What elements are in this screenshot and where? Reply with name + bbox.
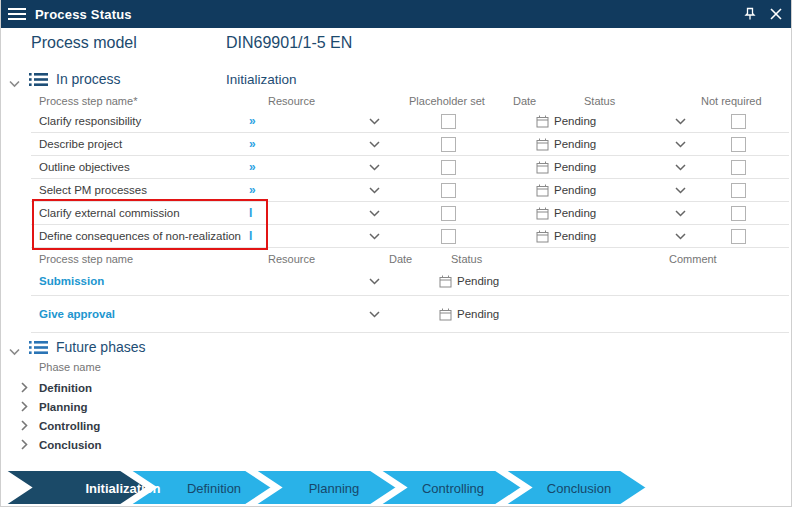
not-required-checkbox[interactable] (731, 229, 746, 244)
close-icon[interactable] (768, 6, 784, 22)
phase-bar-label: Controlling (422, 481, 484, 496)
status-dropdown-icon[interactable] (675, 156, 686, 178)
status-dropdown[interactable]: Pending (536, 110, 596, 132)
status-dropdown[interactable]: Pending (536, 179, 596, 201)
resource-link[interactable]: » (249, 156, 256, 178)
col-date: Date (389, 253, 412, 265)
phase-bar-label: Definition (187, 481, 241, 496)
calendar-icon (439, 308, 452, 321)
process-status-panel: Process Status Process model DIN69901/1-… (0, 0, 792, 507)
milestone-link[interactable]: Give approval (39, 296, 115, 332)
window-title: Process Status (35, 7, 132, 22)
not-required-checkbox[interactable] (731, 114, 746, 129)
resource-dropdown-icon[interactable] (369, 133, 380, 155)
status-dropdown[interactable]: Pending (536, 202, 596, 224)
table-row: Outline objectives » Pending (31, 156, 789, 179)
phase-bar-label: Planning (309, 481, 360, 496)
status-value: Pending (554, 161, 596, 173)
resource-dropdown-icon[interactable] (369, 202, 380, 224)
not-required-checkbox[interactable] (731, 206, 746, 221)
chevron-down-icon[interactable] (9, 74, 20, 92)
status-dropdown-icon[interactable] (675, 133, 686, 155)
table-row: Describe project » Pending (31, 133, 789, 156)
resource-link[interactable]: I (249, 225, 252, 247)
in-process-section-header: In process Initialization (1, 70, 792, 90)
milestone-link[interactable]: Submission (39, 267, 104, 295)
status-dropdown[interactable]: Pending (536, 156, 596, 178)
resource-link[interactable]: » (249, 110, 256, 132)
col-placeholder-set: Placeholder set (409, 95, 485, 107)
status-dropdown[interactable]: Pending (439, 267, 499, 295)
chevron-right-icon[interactable] (21, 382, 28, 393)
resource-link[interactable]: I (249, 202, 252, 224)
chevron-right-icon[interactable] (21, 401, 28, 412)
placeholder-checkbox[interactable] (441, 160, 456, 175)
status-dropdown[interactable]: Pending (536, 225, 596, 247)
status-dropdown-icon[interactable] (675, 225, 686, 247)
list-icon (29, 72, 48, 91)
status-value: Pending (554, 115, 596, 127)
placeholder-checkbox[interactable] (441, 137, 456, 152)
placeholder-checkbox[interactable] (441, 183, 456, 198)
phase-name: Conclusion (39, 439, 102, 451)
status-value: Pending (457, 275, 499, 287)
resource-dropdown-icon[interactable] (369, 110, 380, 132)
milestones-table-header: Process step name Resource Date Status C… (1, 253, 792, 267)
table-row-highlighted: Clarify external commission I Pending (31, 202, 789, 225)
chevron-down-icon[interactable] (9, 342, 20, 360)
resource-dropdown-icon[interactable] (369, 179, 380, 201)
resource-dropdown-icon[interactable] (369, 225, 380, 247)
col-resource: Resource (268, 253, 315, 265)
in-process-title: In process (56, 71, 121, 87)
list-item: Planning (1, 397, 792, 416)
col-not-required: Not required (701, 95, 762, 107)
status-dropdown-icon[interactable] (675, 110, 686, 132)
status-value: Pending (554, 230, 596, 242)
col-comment: Comment (669, 253, 717, 265)
resource-link[interactable]: » (249, 133, 256, 155)
resource-link[interactable]: » (249, 179, 256, 201)
col-status: Status (451, 253, 482, 265)
list-icon (29, 340, 48, 359)
phase-bar-label: Initialization (85, 481, 160, 496)
not-required-checkbox[interactable] (731, 137, 746, 152)
table-row: Clarify responsibility » Pending (31, 110, 789, 133)
calendar-icon (536, 207, 549, 220)
not-required-checkbox[interactable] (731, 183, 746, 198)
list-item: Conclusion (1, 435, 792, 454)
col-status: Status (584, 95, 615, 107)
status-dropdown-icon[interactable] (675, 202, 686, 224)
resource-dropdown-icon[interactable] (369, 156, 380, 178)
step-name: Define consequences of non-realization (39, 225, 241, 247)
status-value: Pending (457, 308, 499, 320)
not-required-checkbox[interactable] (731, 160, 746, 175)
pin-icon[interactable] (742, 6, 758, 22)
status-value: Pending (554, 207, 596, 219)
process-model-label: Process model (31, 34, 137, 52)
step-name: Clarify responsibility (39, 110, 141, 132)
calendar-icon (536, 161, 549, 174)
future-phases-header: Phase name (1, 361, 792, 375)
placeholder-checkbox[interactable] (441, 114, 456, 129)
status-value: Pending (554, 138, 596, 150)
phase-name: Planning (39, 401, 88, 413)
col-phase-name: Phase name (39, 361, 101, 373)
status-dropdown-icon[interactable] (675, 179, 686, 201)
placeholder-checkbox[interactable] (441, 206, 456, 221)
menu-icon[interactable] (8, 8, 26, 20)
col-resource: Resource (268, 95, 315, 107)
placeholder-checkbox[interactable] (441, 229, 456, 244)
resource-dropdown-icon[interactable] (369, 267, 380, 295)
list-item: Definition (1, 378, 792, 397)
resource-dropdown-icon[interactable] (369, 296, 380, 332)
table-row: Submission Pending (31, 267, 789, 296)
step-name: Describe project (39, 133, 122, 155)
status-dropdown[interactable]: Pending (536, 133, 596, 155)
chevron-right-icon[interactable] (21, 420, 28, 431)
phase-name: Definition (39, 382, 92, 394)
chevron-right-icon[interactable] (21, 439, 28, 450)
calendar-icon (439, 275, 452, 288)
status-dropdown[interactable]: Pending (439, 296, 499, 332)
phase-name: Controlling (39, 420, 100, 432)
calendar-icon (536, 184, 549, 197)
